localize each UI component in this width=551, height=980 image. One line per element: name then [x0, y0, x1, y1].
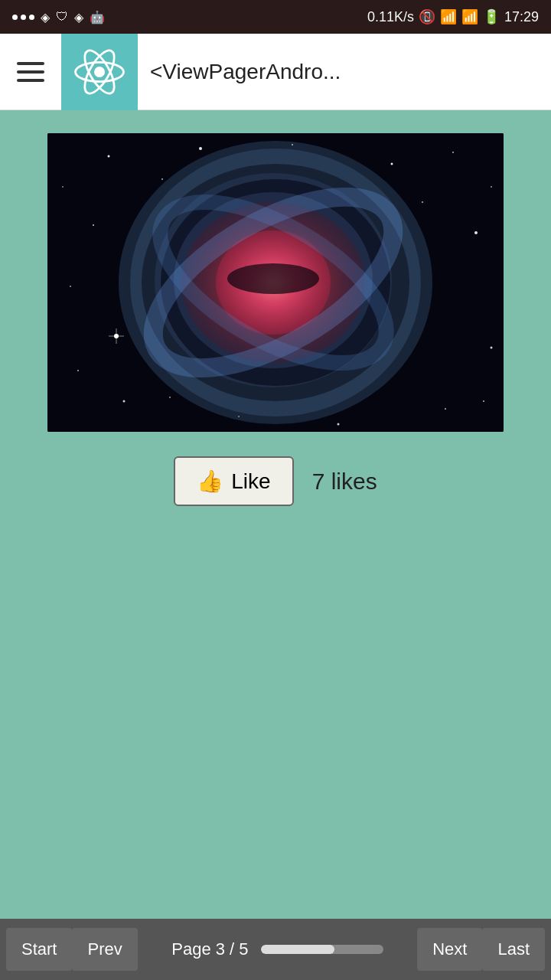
- signal-icon: ◈: [41, 10, 50, 24]
- time-display: 17:29: [504, 9, 539, 25]
- status-dot-1: [12, 15, 18, 20]
- svg-point-21: [337, 423, 340, 426]
- status-dots: [12, 15, 34, 20]
- svg-point-16: [445, 408, 446, 410]
- hamburger-menu-button[interactable]: [0, 34, 61, 110]
- svg-point-31: [227, 263, 319, 294]
- android-icon: 🤖: [90, 10, 105, 24]
- page-label: Page 3 / 5: [171, 939, 248, 959]
- nebula-image: [47, 133, 504, 432]
- svg-point-22: [483, 400, 484, 402]
- svg-point-10: [452, 152, 454, 153]
- hamburger-icon: [17, 62, 44, 82]
- svg-point-5: [108, 155, 110, 158]
- svg-point-24: [169, 397, 171, 398]
- app-logo: [61, 34, 138, 110]
- wifi-icon: 📶: [440, 8, 457, 25]
- svg-point-7: [199, 147, 202, 150]
- svg-point-15: [123, 400, 126, 403]
- network-speed: 0.11K/s: [367, 9, 414, 25]
- bottom-bar: Start Prev Page 3 / 5 Next Last: [0, 919, 551, 980]
- page-title: <ViewPagerAndro...: [138, 60, 341, 84]
- svg-point-0: [94, 67, 105, 77]
- status-bar: ◈ 🛡 ◈ 🤖 0.11K/s 📵 📶 📶 🔋 17:29: [0, 0, 551, 34]
- hamburger-line-3: [17, 79, 44, 82]
- status-dot-3: [29, 15, 34, 20]
- progress-bar-fill: [261, 945, 334, 954]
- react-logo-icon: [73, 45, 126, 99]
- start-button[interactable]: Start: [6, 928, 72, 971]
- shield-icon: 🛡: [56, 10, 68, 24]
- svg-point-18: [491, 347, 493, 349]
- signal-muted-icon: 📵: [419, 8, 435, 25]
- svg-point-9: [391, 163, 393, 165]
- like-button[interactable]: 👍 Like: [174, 456, 293, 506]
- progress-bar-container: [261, 945, 383, 954]
- cell-icon: 📶: [461, 8, 478, 25]
- svg-point-19: [77, 370, 79, 371]
- svg-point-23: [62, 186, 64, 188]
- thumbs-up-icon: 👍: [197, 469, 223, 494]
- svg-point-13: [474, 231, 478, 234]
- like-button-label: Like: [231, 469, 270, 494]
- hamburger-line-1: [17, 62, 44, 65]
- location-icon: ◈: [74, 10, 83, 24]
- nav-bar: <ViewPagerAndro...: [0, 34, 551, 110]
- svg-point-12: [93, 224, 94, 226]
- svg-point-6: [161, 178, 163, 180]
- page-info: Page 3 / 5: [138, 939, 417, 959]
- last-button[interactable]: Last: [482, 928, 545, 971]
- like-count: 7 likes: [312, 469, 377, 495]
- svg-point-14: [422, 201, 423, 203]
- main-content: 👍 Like 7 likes: [0, 110, 551, 919]
- status-right: 0.11K/s 📵 📶 📶 🔋 17:29: [367, 8, 539, 25]
- svg-point-11: [491, 186, 492, 188]
- like-section: 👍 Like 7 likes: [174, 456, 377, 506]
- svg-point-17: [70, 286, 71, 287]
- prev-button[interactable]: Prev: [72, 928, 137, 971]
- status-left: ◈ 🛡 ◈ 🤖: [12, 10, 105, 24]
- status-dot-2: [21, 15, 26, 20]
- next-button[interactable]: Next: [417, 928, 482, 971]
- space-image-container: [47, 133, 504, 432]
- hamburger-line-2: [17, 70, 44, 74]
- battery-icon: 🔋: [483, 8, 500, 25]
